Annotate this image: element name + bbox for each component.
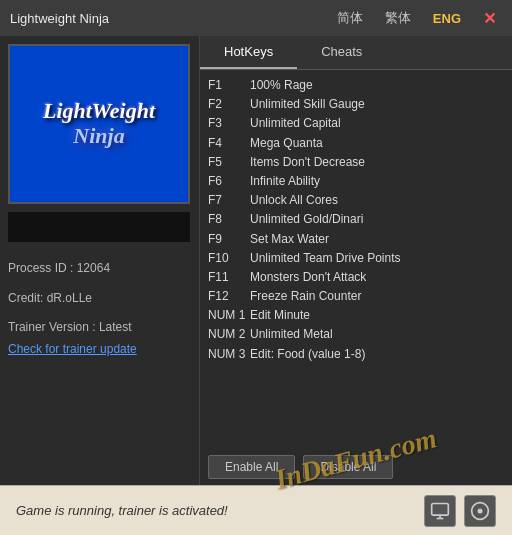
cheat-item: F9Set Max Water (208, 230, 504, 249)
cheat-key: F5 (208, 153, 250, 172)
tab-cheats[interactable]: Cheats (297, 36, 386, 69)
tabs-bar: HotKeys Cheats (200, 36, 512, 70)
cheat-desc: Unlimited Gold/Dinari (250, 210, 363, 229)
left-panel: LightWeight Ninja Process ID : 12064 Cre… (0, 36, 200, 485)
cheat-desc: Edit: Food (value 1-8) (250, 345, 365, 364)
cheat-item: F4Mega Quanta (208, 134, 504, 153)
right-panel: HotKeys Cheats F1100% RageF2Unlimited Sk… (200, 36, 512, 485)
status-message: Game is running, trainer is activated! (16, 503, 228, 518)
cheat-desc: Set Max Water (250, 230, 329, 249)
main-area: LightWeight Ninja Process ID : 12064 Cre… (0, 36, 512, 485)
cheat-key: F11 (208, 268, 250, 287)
cheat-desc: 100% Rage (250, 76, 313, 95)
cheat-item: NUM 1Edit Minute (208, 306, 504, 325)
cheat-desc: Mega Quanta (250, 134, 323, 153)
credit: Credit: dR.oLLe (8, 288, 191, 310)
cheat-key: F8 (208, 210, 250, 229)
game-logo-line2: Ninja (43, 123, 155, 149)
game-logo-line1: LightWeight (43, 99, 155, 123)
cheat-item: F11Monsters Don't Attack (208, 268, 504, 287)
cheat-item: F8Unlimited Gold/Dinari (208, 210, 504, 229)
cheats-list: F1100% RageF2Unlimited Skill GaugeF3Unli… (200, 70, 512, 449)
title-bar: Lightweight Ninja 简体 繁体 ENG ✕ (0, 0, 512, 36)
cheat-key: F7 (208, 191, 250, 210)
cheat-item: NUM 2Unlimited Metal (208, 325, 504, 344)
cheat-item: F10Unlimited Team Drive Points (208, 249, 504, 268)
cheat-desc: Unlimited Metal (250, 325, 333, 344)
cheat-desc: Unlimited Capital (250, 114, 341, 133)
cheat-desc: Monsters Don't Attack (250, 268, 366, 287)
cheat-desc: Unlimited Team Drive Points (250, 249, 401, 268)
cheat-desc: Unlock All Cores (250, 191, 338, 210)
cheat-item: F5Items Don't Decrease (208, 153, 504, 172)
cheat-desc: Infinite Ability (250, 172, 320, 191)
tab-hotkeys[interactable]: HotKeys (200, 36, 297, 69)
lang-english[interactable]: ENG (427, 9, 467, 28)
cheat-key: F2 (208, 95, 250, 114)
enable-all-button[interactable]: Enable All (208, 455, 295, 479)
trainer-version: Trainer Version : Latest (8, 317, 191, 339)
cheat-key: F10 (208, 249, 250, 268)
cheat-item: NUM 3Edit: Food (value 1-8) (208, 345, 504, 364)
cheat-desc: Freeze Rain Counter (250, 287, 361, 306)
cheat-key: F12 (208, 287, 250, 306)
cheat-item: F1100% Rage (208, 76, 504, 95)
cheat-desc: Unlimited Skill Gauge (250, 95, 365, 114)
info-section: Process ID : 12064 Credit: dR.oLLe Train… (8, 254, 191, 364)
cheat-desc: Edit Minute (250, 306, 310, 325)
process-id: Process ID : 12064 (8, 258, 191, 280)
cheat-item: F3Unlimited Capital (208, 114, 504, 133)
cheat-key: NUM 1 (208, 306, 250, 325)
cheat-item: F7Unlock All Cores (208, 191, 504, 210)
cheat-key: F9 (208, 230, 250, 249)
cheat-key: F6 (208, 172, 250, 191)
cheat-item: F6Infinite Ability (208, 172, 504, 191)
cheat-key: F1 (208, 76, 250, 95)
music-icon[interactable] (464, 495, 496, 527)
app-title: Lightweight Ninja (10, 11, 321, 26)
lang-traditional[interactable]: 繁体 (379, 7, 417, 29)
lang-simplified[interactable]: 简体 (331, 7, 369, 29)
cheat-item: F2Unlimited Skill Gauge (208, 95, 504, 114)
cheat-key: F3 (208, 114, 250, 133)
cheat-key: NUM 3 (208, 345, 250, 364)
status-bar: Game is running, trainer is activated! (0, 485, 512, 535)
disable-all-button[interactable]: Disable All (303, 455, 393, 479)
check-update-link[interactable]: Check for trainer update (8, 342, 137, 356)
cheat-key: NUM 2 (208, 325, 250, 344)
cheat-key: F4 (208, 134, 250, 153)
action-buttons: Enable All Disable All (200, 449, 512, 485)
svg-rect-0 (432, 503, 449, 515)
status-icons (424, 495, 496, 527)
monitor-icon[interactable] (424, 495, 456, 527)
svg-point-4 (478, 508, 483, 513)
game-image: LightWeight Ninja (8, 44, 190, 204)
cheat-item: F12Freeze Rain Counter (208, 287, 504, 306)
black-bar (8, 212, 190, 242)
close-button[interactable]: ✕ (477, 7, 502, 30)
cheat-desc: Items Don't Decrease (250, 153, 365, 172)
